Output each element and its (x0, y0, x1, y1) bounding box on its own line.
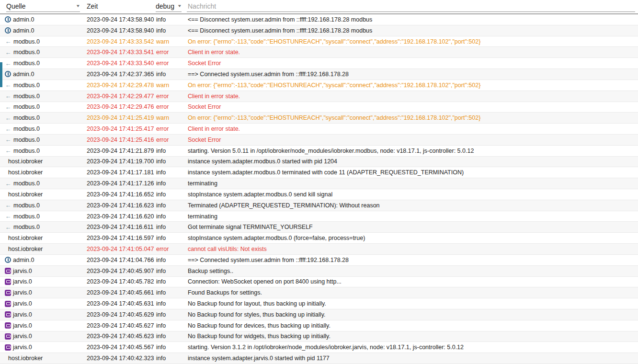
log-timestamp: 2023-09-24 17:40:45.907 (85, 268, 155, 274)
log-row[interactable]: ←modbus.02023-09-24 17:41:21.879infostar… (0, 146, 638, 157)
log-severity: info (155, 300, 187, 307)
log-message: ==> Connected system.user.admin from ::f… (187, 257, 638, 263)
log-message: starting. Version 3.1.2 in /opt/iobroker… (187, 344, 638, 351)
log-row[interactable]: ←modbus.02023-09-24 17:42:29.478warnOn e… (0, 80, 638, 91)
log-row[interactable]: jarvis.02023-09-24 17:40:45.629infoNo Ba… (0, 309, 638, 320)
log-row[interactable]: ←modbus.02023-09-24 17:41:16.623infoTerm… (0, 200, 638, 211)
log-message: Got terminate signal TERMINATE_YOURSELF (187, 224, 638, 230)
log-row[interactable]: ←modbus.02023-09-24 17:43:33.540errorSoc… (0, 58, 638, 69)
log-row[interactable]: host.iobroker2023-09-24 17:41:17.181info… (0, 167, 638, 178)
log-source-label: modbus.0 (13, 224, 40, 230)
log-source-cell: admin.0 (5, 16, 85, 23)
log-source-label: host.iobroker (8, 355, 43, 362)
log-severity: error (155, 60, 187, 67)
jarvis-adapter-icon (5, 279, 11, 285)
log-severity: info (155, 224, 187, 230)
log-severity: info (155, 16, 187, 23)
log-row[interactable]: ←modbus.02023-09-24 17:41:16.620infoterm… (0, 211, 638, 222)
log-timestamp: 2023-09-24 17:41:16.620 (85, 213, 155, 220)
log-source-label: modbus.0 (13, 136, 40, 143)
log-timestamp: 2023-09-24 17:41:25.417 (85, 125, 155, 132)
log-source-cell: jarvis.0 (5, 300, 85, 307)
log-message: ==> Connected system.user.admin from ::f… (187, 71, 638, 78)
severity-filter-value: debug (156, 2, 174, 10)
log-source-cell: ←modbus.0 (5, 125, 85, 132)
jarvis-adapter-icon (5, 322, 11, 329)
jarvis-adapter-icon (5, 268, 11, 274)
log-row[interactable]: host.iobroker2023-09-24 17:41:19.700info… (0, 157, 638, 168)
log-severity: info (155, 202, 187, 209)
log-message: On error: {"errno":-113,"code":"EHOSTUNR… (187, 114, 638, 121)
log-message: Socket Error (187, 136, 638, 143)
log-row[interactable]: ←modbus.02023-09-24 17:42:29.477errorCli… (0, 91, 638, 102)
log-row[interactable]: host.iobroker2023-09-24 17:41:05.047erro… (0, 244, 638, 255)
log-row[interactable]: jarvis.02023-09-24 17:40:45.661infoFound… (0, 287, 638, 298)
log-message: cannot call visUtils: Not exists (187, 246, 638, 252)
log-severity: error (155, 49, 187, 56)
log-source-label: host.iobroker (8, 158, 43, 165)
log-source-cell: ←modbus.0 (5, 213, 85, 220)
log-source-label: modbus.0 (13, 49, 40, 56)
log-row[interactable]: host.iobroker2023-09-24 17:40:42.323info… (0, 353, 638, 364)
log-source-label: modbus.0 (13, 60, 40, 67)
log-source-label: host.iobroker (8, 191, 43, 198)
log-timestamp: 2023-09-24 17:41:17.181 (85, 169, 155, 176)
log-source-label: admin.0 (13, 257, 34, 263)
log-row[interactable]: ←modbus.02023-09-24 17:41:25.417errorCli… (0, 124, 638, 135)
log-row[interactable]: admin.02023-09-24 17:41:04.766info==> Co… (0, 255, 638, 266)
log-row[interactable]: ←modbus.02023-09-24 17:43:33.542warnOn e… (0, 36, 638, 47)
log-source-cell: host.iobroker (5, 158, 85, 165)
modbus-adapter-icon: ← (5, 49, 11, 56)
log-row[interactable]: jarvis.02023-09-24 17:40:45.631infoNo Ba… (0, 298, 638, 309)
log-row[interactable]: admin.02023-09-24 17:42:37.365info==> Co… (0, 69, 638, 80)
log-timestamp: 2023-09-24 17:40:45.782 (85, 278, 155, 285)
log-row[interactable]: jarvis.02023-09-24 17:40:45.623infoNo Ba… (0, 331, 638, 342)
log-message: No Backup found for devices, thus backin… (187, 322, 638, 329)
log-source-label: modbus.0 (13, 148, 40, 154)
log-message: <== Disconnect system.user.admin from ::… (187, 16, 638, 23)
log-severity: info (155, 278, 187, 285)
log-source-label: jarvis.0 (13, 322, 32, 329)
log-timestamp: 2023-09-24 17:43:58.940 (85, 16, 155, 23)
log-row[interactable]: ←modbus.02023-09-24 17:41:25.419warnOn e… (0, 113, 638, 124)
log-source-cell: ←modbus.0 (5, 49, 85, 56)
log-source-label: modbus.0 (13, 114, 40, 121)
log-source-label: host.iobroker (8, 169, 43, 176)
modbus-adapter-icon: ← (5, 38, 11, 45)
log-severity: warn (155, 114, 187, 121)
log-row[interactable]: ←modbus.02023-09-24 17:43:33.541errorCli… (0, 47, 638, 58)
log-source-label: jarvis.0 (13, 333, 32, 340)
log-timestamp: 2023-09-24 17:40:45.627 (85, 322, 155, 329)
log-row[interactable]: admin.02023-09-24 17:43:58.940info<== Di… (0, 14, 638, 25)
log-severity: info (155, 191, 187, 198)
source-filter-select[interactable]: Quelle ▼ (6, 2, 80, 12)
log-filter-header: Quelle ▼ Zeit debug ▼ Nachricht (0, 0, 638, 14)
log-message: Client in error state. (187, 125, 638, 132)
log-row[interactable]: jarvis.02023-09-24 17:40:45.782infoConne… (0, 277, 638, 288)
log-row[interactable]: ←modbus.02023-09-24 17:41:16.611infoGot … (0, 222, 638, 233)
log-row[interactable]: host.iobroker2023-09-24 17:41:16.597info… (0, 233, 638, 244)
log-severity: info (155, 71, 187, 78)
log-severity: error (155, 246, 187, 252)
severity-filter-select[interactable]: debug ▼ (156, 2, 182, 12)
log-message: <== Disconnect system.user.admin from ::… (187, 27, 638, 34)
log-row[interactable]: ←modbus.02023-09-24 17:42:29.476errorSoc… (0, 102, 638, 113)
admin-adapter-icon (5, 27, 11, 34)
log-source-label: modbus.0 (13, 38, 40, 45)
log-timestamp: 2023-09-24 17:41:25.416 (85, 136, 155, 143)
log-row[interactable]: jarvis.02023-09-24 17:40:45.907infoBacku… (0, 266, 638, 277)
log-row[interactable]: ←modbus.02023-09-24 17:41:25.416errorSoc… (0, 135, 638, 146)
log-timestamp: 2023-09-24 17:41:04.766 (85, 257, 155, 263)
log-row[interactable]: admin.02023-09-24 17:43:58.940info<== Di… (0, 25, 638, 36)
log-severity: info (155, 268, 187, 274)
log-row[interactable]: jarvis.02023-09-24 17:40:45.627infoNo Ba… (0, 320, 638, 331)
log-row[interactable]: jarvis.02023-09-24 17:40:45.567infostart… (0, 342, 638, 353)
log-timestamp: 2023-09-24 17:41:19.700 (85, 158, 155, 165)
log-severity: error (155, 136, 187, 143)
log-source-cell: ←modbus.0 (5, 202, 85, 209)
log-row[interactable]: host.iobroker2023-09-24 17:41:16.652info… (0, 189, 638, 200)
log-viewer: Quelle ▼ Zeit debug ▼ Nachricht admin.02… (0, 0, 638, 364)
message-filter-input[interactable]: Nachricht (187, 2, 635, 12)
modbus-adapter-icon: ← (5, 93, 11, 100)
log-row[interactable]: ←modbus.02023-09-24 17:41:17.126infoterm… (0, 178, 638, 189)
